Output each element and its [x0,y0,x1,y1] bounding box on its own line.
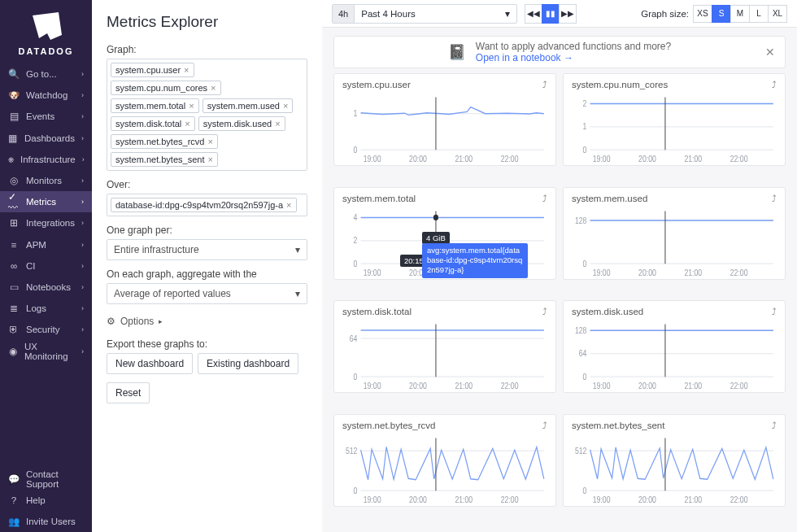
svg-text:0: 0 [354,145,358,155]
export-icon[interactable]: ⤴ [772,421,777,430]
tag[interactable]: system.net.bytes_rcvd× [111,134,218,149]
export-icon[interactable]: ⤴ [542,307,547,316]
tag[interactable]: system.mem.total× [111,98,199,113]
pause-button[interactable]: ▮▮ [542,4,560,24]
nav-item-monitors[interactable]: ◎Monitors› [0,170,92,191]
tag[interactable]: system.cpu.user× [111,63,194,77]
graph-size-xs[interactable]: XS [693,5,712,23]
graph-size-s[interactable]: S [712,5,731,23]
export-icon[interactable]: ⤴ [542,421,547,430]
svg-text:22:00: 22:00 [501,381,519,390]
chevron-right-icon: › [81,91,84,99]
nav-item-events[interactable]: ▤Events› [0,106,92,127]
svg-text:20:00: 20:00 [638,381,656,390]
playback-controls: ◀◀ ▮▮ ▶▶ [525,4,577,24]
nav-item-integrations[interactable]: ⊞Integrations› [0,212,92,233]
nav-item-invite-users[interactable]: 👥Invite Users [0,511,92,532]
remove-tag-icon[interactable]: × [207,137,212,146]
nav-item-infrastructure[interactable]: ⎈Infrastructure› [0,149,92,170]
chevron-right-icon: › [81,283,84,291]
forward-button[interactable]: ▶▶ [559,4,577,24]
tag[interactable]: system.disk.used× [198,116,285,131]
export-icon[interactable]: ⤴ [542,80,547,89]
export-icon[interactable]: ⤴ [772,307,777,316]
chart-card: system.disk.total⤴64019:0020:0021:0022:0… [333,300,556,393]
chart-title: system.cpu.user [342,80,411,89]
logo[interactable]: DATADOG [0,0,92,63]
nav-item-dashboards[interactable]: ▦Dashboards› [0,128,92,149]
graph-size-xl[interactable]: XL [768,5,787,23]
chart-card: system.mem.used⤴128019:0020:0021:0022:00 [563,187,786,280]
svg-text:0: 0 [583,259,587,268]
datadog-logo-icon [28,11,65,45]
tag[interactable]: system.net.bytes_sent× [111,152,218,167]
chart-title: system.mem.total [342,194,416,203]
export-icon[interactable]: ⤴ [772,80,777,89]
chart-title: system.cpu.num_cores [572,80,668,89]
graph-size-m[interactable]: M [730,5,750,23]
remove-tag-icon[interactable]: × [185,119,189,129]
tag[interactable]: database-id:dpg-c9sp4tvm20rsq2n597jg-a× [111,198,297,212]
nav-item-ci[interactable]: ∞CI› [0,255,92,277]
time-range-select[interactable]: 4h Past 4 Hours▾ [332,4,517,24]
chat-icon: 💬 [8,473,20,485]
page-title: Metrics Explorer [107,13,307,31]
chart-title: system.net.bytes_rcvd [342,421,435,430]
tag[interactable]: system.mem.used× [203,98,294,113]
graph-size-l[interactable]: L [749,5,769,23]
remove-tag-icon[interactable]: × [189,101,194,111]
remove-tag-icon[interactable]: × [211,83,216,93]
export-existing-button[interactable]: Existing dashboard [198,353,298,374]
nav-item-logs[interactable]: ≣Logs› [0,298,92,319]
chevron-right-icon: › [82,155,85,164]
chevron-right-icon: › [81,262,84,270]
nav-item-metrics[interactable]: ✓〰Metrics› [0,191,92,212]
svg-text:19:00: 19:00 [364,494,381,504]
per-select[interactable]: Entire infrastructure▾ [107,239,307,260]
svg-text:64: 64 [579,349,587,359]
dash-icon: ▦ [8,133,18,144]
remove-tag-icon[interactable]: × [286,200,291,210]
nav-item-go-to-[interactable]: 🔍Go to...› [0,63,92,85]
export-new-button[interactable]: New dashboard [107,353,193,374]
tag[interactable]: system.disk.total× [111,116,195,131]
graph-metrics-input[interactable]: system.cpu.user×system.cpu.num_cores×sys… [107,59,307,171]
nav-item-notebooks[interactable]: ▭Notebooks› [0,277,92,298]
nav-item-security[interactable]: ⛨Security› [0,319,92,340]
agg-select[interactable]: Average of reported values▾ [107,283,307,304]
svg-text:128: 128 [575,325,587,335]
rewind-button[interactable]: ◀◀ [525,4,542,24]
metrics-icon: ✓〰 [8,191,20,212]
options-toggle[interactable]: ⚙Options▸ [107,312,307,330]
nav-item-contact-support[interactable]: 💬Contact Support [0,468,92,489]
remove-tag-icon[interactable]: × [275,119,280,129]
svg-text:21:00: 21:00 [684,381,702,390]
export-icon[interactable]: ⤴ [772,194,777,203]
chevron-right-icon: › [81,112,84,120]
svg-text:22:00: 22:00 [730,267,748,277]
export-icon[interactable]: ⤴ [542,194,547,203]
chevron-down-icon: ▾ [505,8,510,20]
close-icon[interactable]: ✕ [765,46,775,59]
svg-text:512: 512 [575,445,587,455]
over-tags-input[interactable]: database-id:dpg-c9sp4tvm20rsq2n597jg-a× [107,194,307,216]
svg-text:20:00: 20:00 [409,494,427,504]
chart-title: system.disk.used [572,307,643,316]
reset-button[interactable]: Reset [107,382,150,403]
chart-card: system.net.bytes_sent⤴512019:0020:0021:0… [563,414,786,507]
remove-tag-icon[interactable]: × [283,101,288,111]
svg-text:20:00: 20:00 [409,154,427,164]
nav-item-apm[interactable]: ≡APM› [0,234,92,255]
svg-text:22:00: 22:00 [501,494,519,504]
svg-text:2: 2 [583,98,587,108]
graph-label: Graph: [107,44,307,55]
remove-tag-icon[interactable]: × [207,155,212,164]
svg-text:512: 512 [346,445,358,455]
nav-item-ux-monitoring[interactable]: ◉UX Monitoring› [0,340,92,361]
nav-item-help[interactable]: ?Help [0,490,92,511]
open-notebook-link[interactable]: Open in a notebook → [476,52,573,63]
tag[interactable]: system.cpu.num_cores× [111,81,221,95]
remove-tag-icon[interactable]: × [184,65,189,75]
svg-text:21:00: 21:00 [684,267,702,277]
nav-item-watchdog[interactable]: 🐶Watchdog› [0,85,92,106]
